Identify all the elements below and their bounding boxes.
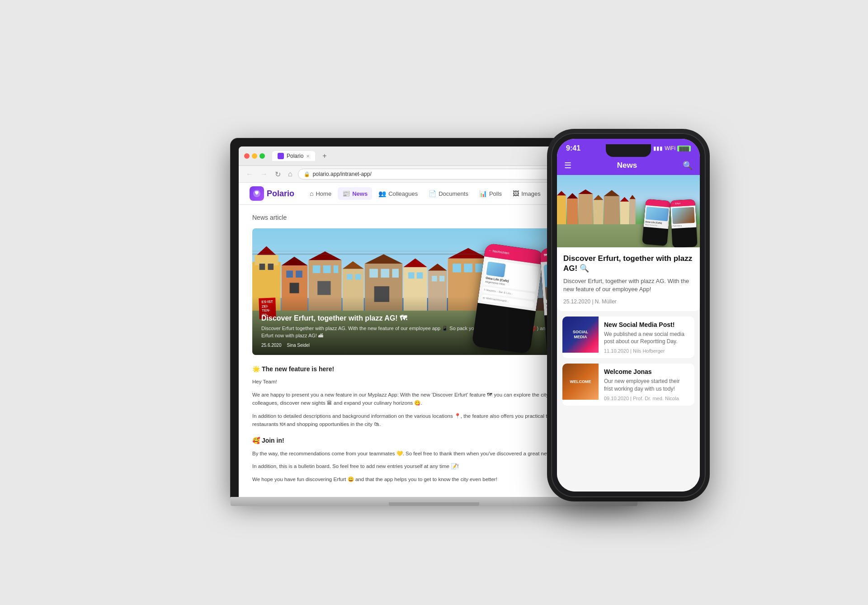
phone-time: 9:41 [566,144,580,152]
svg-rect-46 [594,200,604,226]
svg-rect-20 [355,274,361,279]
welcome-thumb-label: WELCOME [570,379,591,384]
tab-close-button[interactable]: ✕ [306,154,310,159]
svg-rect-38 [464,264,472,272]
nav-item-news[interactable]: 📰 News [338,187,372,200]
browser-dots [244,153,265,159]
svg-rect-10 [290,283,299,293]
welcome-thumbnail: WELCOME [562,364,599,400]
nav-colleagues-label: Colleagues [388,190,418,197]
svg-marker-43 [567,193,578,199]
nav-polls-label: Polls [489,190,502,197]
social-news-title: New Social Media Post! [604,321,690,328]
tab-favicon [278,153,284,159]
svg-rect-15 [334,265,338,273]
svg-rect-2 [255,255,278,265]
app-logo-text: Polario [267,189,294,199]
svg-marker-45 [579,189,593,194]
svg-marker-12 [308,251,341,260]
phone-hero-image: Oma Lilo (Cafe) https://www.fac... ← Erf… [557,175,700,247]
phone-news-welcome-body: Welcome Jonas Our new employee started t… [604,364,694,406]
phone-hero-excerpt: Discover Erfurt, together with plazz AG.… [563,277,693,293]
laptop-base [231,497,637,506]
nav-item-documents[interactable]: 📄 Documents [424,187,473,200]
svg-marker-53 [629,195,635,199]
welcome-news-excerpt: Our new employee started their frist wor… [604,378,690,393]
phone-news-social-body: New Social Media Post! We published a ne… [604,317,694,359]
phone-news-item-social[interactable]: SOCIALMEDIA New Social Media Post! We pu… [562,317,694,359]
news-icon: 📰 [342,190,350,197]
nav-item-polls[interactable]: 📊 Polls [475,187,506,200]
svg-marker-47 [594,195,604,200]
hero-date: 25.6.2020 [261,343,282,348]
svg-rect-16 [317,281,330,295]
scene: Polario ✕ + ← → ↻ ⌂ 🔒 polario.app/intran… [163,99,705,506]
nav-item-home[interactable]: ⌂ Home [305,187,336,200]
hero-author: Sina Seidel [287,343,310,348]
phone-news-list: SOCIALMEDIA New Social Media Post! We pu… [557,311,700,411]
social-news-meta: 11.10.2020 | Nils Hofberger [604,348,690,354]
svg-rect-29 [408,272,415,279]
svg-marker-18 [343,261,364,269]
documents-icon: 📄 [429,190,436,197]
phone-status-icons: ▮▮▮ WiFi ▓▓▓ [653,145,691,151]
social-news-excerpt: We published a new social media post abo… [604,331,690,346]
polls-icon: 📊 [479,190,487,197]
phone-inner: 9:41 ▮▮▮ WiFi ▓▓▓ ☰ News 🔍 [557,139,700,492]
nav-home-label: Home [316,190,331,197]
svg-marker-51 [620,197,629,202]
phone-news-content: Oma Lilo (Cafe) https://www.fac... ← Erf… [557,175,700,492]
address-text: polario.app/intranet-app/ [313,171,372,177]
svg-rect-34 [439,276,444,281]
nav-item-images[interactable]: 🖼 Images [508,187,545,200]
phone-notch [606,144,651,157]
svg-rect-40 [557,195,566,226]
phone-app-header: ☰ News 🔍 [557,156,700,175]
svg-rect-13 [313,265,321,273]
maximize-button[interactable] [259,153,265,159]
phone-hero-meta: 25.12.2020 | N. Müller [563,298,693,305]
svg-rect-44 [579,194,593,226]
svg-rect-48 [604,196,620,226]
nav-items: ⌂ Home 📰 News 👥 Colleagues 📄 [305,187,578,200]
nav-item-colleagues[interactable]: 👥 Colleagues [374,187,422,200]
close-button[interactable] [244,153,250,159]
svg-rect-33 [432,276,437,281]
svg-marker-41 [557,191,566,195]
back-button[interactable]: ← [244,169,255,179]
phone-hero-card[interactable]: Oma Lilo (Cafe) https://www.fac... ← Erf… [557,175,700,311]
svg-rect-5 [268,264,274,270]
nav-documents-label: Documents [439,190,468,197]
nav-images-label: Images [521,190,541,197]
images-icon: 🖼 [513,190,519,197]
logo-icon [250,186,264,201]
signal-icon: ▮▮▮ [653,145,663,151]
hamburger-menu-icon[interactable]: ☰ [564,161,571,170]
refresh-button[interactable]: ↻ [273,169,283,180]
welcome-news-meta: 09.10.2020 | Prof. Dr. med. Nicola [604,396,690,401]
forward-button[interactable]: → [259,169,269,179]
battery-icon: ▓▓▓ [677,146,691,151]
new-tab-button[interactable]: + [319,150,330,162]
social-thumb-label: SOCIALMEDIA [573,330,588,340]
colleagues-icon: 👥 [378,190,386,197]
svg-rect-19 [347,274,353,279]
svg-rect-14 [323,265,331,273]
svg-rect-24 [381,269,389,278]
phone-search-icon[interactable]: 🔍 [683,161,693,170]
home-button[interactable]: ⌂ [286,169,294,179]
home-icon: ⌂ [310,190,313,197]
phone-hero-card-body: Discover Erfurt, together with plazz AG!… [557,247,700,311]
nav-news-label: News [352,190,368,197]
svg-rect-37 [453,264,461,272]
svg-marker-22 [365,254,403,264]
svg-rect-25 [392,269,399,278]
svg-rect-30 [417,272,423,279]
svg-rect-9 [296,271,302,278]
svg-rect-23 [369,269,378,278]
phone-app-title: News [571,161,683,170]
wifi-icon: WiFi [665,145,675,151]
minimize-button[interactable] [252,153,257,159]
phone-news-item-welcome[interactable]: WELCOME Welcome Jonas Our new employee s… [562,364,694,406]
browser-tab[interactable]: Polario ✕ [272,151,315,161]
